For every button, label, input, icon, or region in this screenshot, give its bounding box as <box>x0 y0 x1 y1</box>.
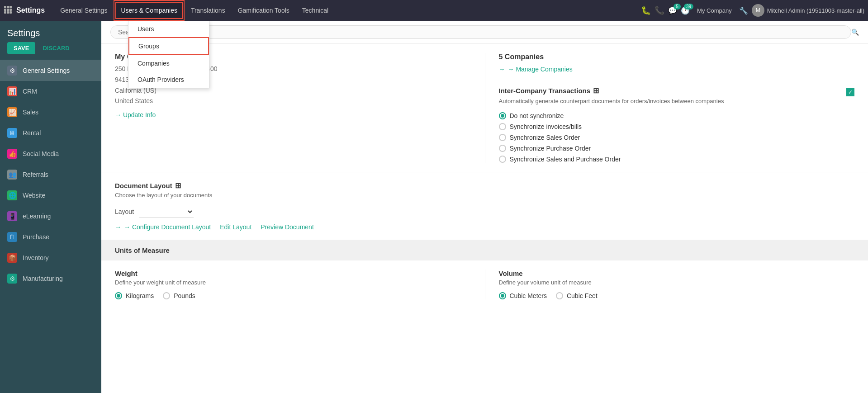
doc-layout-title: Document Layout ⊞ <box>115 181 854 190</box>
sidebar-item-purchase[interactable]: 🗒 Purchase <box>0 227 101 247</box>
sidebar-label-sales: Sales <box>23 109 38 116</box>
radio-circle-pounds <box>163 292 170 299</box>
manufacturing-icon: ⚙ <box>7 274 17 284</box>
radio-circle-sync-purchase-order <box>499 145 506 152</box>
uom-weight: Weight Define your weight unit of measur… <box>115 270 485 299</box>
svg-rect-3 <box>4 9 6 11</box>
uom-content: Weight Define your weight unit of measur… <box>101 260 868 308</box>
activity-icon[interactable]: 🕐 39 <box>681 6 690 15</box>
dropdown-oauth-providers[interactable]: OAuth Providers <box>128 71 209 88</box>
sidebar-item-referrals[interactable]: 👥 Referrals <box>0 164 101 185</box>
sidebar-label-manufacturing: Manufacturing <box>23 275 63 282</box>
sidebar-item-website[interactable]: 🌐 Website <box>0 185 101 206</box>
uom-title: Units of Measure <box>115 246 170 254</box>
radio-sync-sales-purchase[interactable]: Synchronize Sales and Purchase Order <box>499 156 855 163</box>
svg-rect-7 <box>7 11 9 14</box>
sidebar-item-sales[interactable]: 📈 Sales <box>0 102 101 123</box>
sales-icon: 📈 <box>7 107 17 117</box>
inventory-icon: 📦 <box>7 253 17 263</box>
activity-badge: 39 <box>684 4 693 9</box>
sidebar-label-social-media: Social Media <box>23 150 59 157</box>
inter-company-desc: Automatically generate counterpart docum… <box>499 97 841 106</box>
sidebar-item-manufacturing[interactable]: ⚙ Manufacturing <box>0 268 101 289</box>
radio-label-sync-sales-purchase: Synchronize Sales and Purchase Order <box>510 156 621 163</box>
nav-translations[interactable]: Translations <box>185 0 232 21</box>
doc-layout-desc: Choose the layout of your documents <box>115 192 854 199</box>
dropdown-groups[interactable]: Groups <box>128 37 209 55</box>
messages-badge: 5 <box>674 4 681 9</box>
radio-label-sync-invoices: Synchronize invoices/bills <box>510 123 582 130</box>
weight-radio-row: Kilograms Pounds <box>115 292 471 299</box>
rental-icon: 🖥 <box>7 128 17 138</box>
radio-cubic-meters[interactable]: Cubic Meters <box>499 292 547 299</box>
grid-icon[interactable] <box>4 5 12 16</box>
phone-icon[interactable]: 📞 <box>655 5 664 15</box>
update-info-link[interactable]: → Update Info <box>115 111 156 118</box>
bug-icon[interactable]: 🐛 <box>641 5 651 15</box>
content-area: My Company 250 Executive Park Blvd, Suit… <box>101 44 868 317</box>
sidebar-label-website: Website <box>23 192 45 199</box>
inter-company-checkbox[interactable]: ✓ <box>846 88 854 96</box>
table-icon: ⊞ <box>593 86 599 95</box>
website-icon: 🌐 <box>7 190 17 200</box>
user-menu[interactable]: M Mitchell Admin (19511003-master-all) <box>752 4 864 17</box>
dropdown-users[interactable]: Users <box>128 21 209 37</box>
radio-circle-sync-invoices <box>499 123 506 130</box>
manage-companies-link[interactable]: → → Manage Companies <box>499 66 573 73</box>
nav-technical[interactable]: Technical <box>296 0 335 21</box>
edit-layout-link[interactable]: Edit Layout <box>220 223 251 231</box>
radio-no-sync[interactable]: Do not synchronize <box>499 112 855 119</box>
search-icon[interactable]: 🔍 <box>851 28 859 36</box>
nav-users-companies[interactable]: Users & Companies <box>114 0 185 21</box>
preview-document-link[interactable]: Preview Document <box>261 223 314 231</box>
svg-rect-4 <box>7 9 9 11</box>
dropdown-companies[interactable]: Companies <box>128 55 209 71</box>
sidebar-item-elearning[interactable]: 📱 eLearning <box>0 206 101 227</box>
users-companies-dropdown: Users Groups Companies OAuth Providers <box>128 21 209 88</box>
crm-icon: 📊 <box>7 86 17 96</box>
uom-volume: Volume Define your volume unit of measur… <box>485 270 855 299</box>
volume-title: Volume <box>499 270 855 277</box>
sidebar-label-referrals: Referrals <box>23 171 48 178</box>
arrow-icon: → <box>499 66 505 73</box>
nav-gamification-tools[interactable]: Gamification Tools <box>232 0 296 21</box>
tools-icon[interactable]: 🔧 <box>739 6 748 15</box>
sidebar-item-general-settings[interactable]: ⚙ General Settings <box>0 60 101 81</box>
avatar: M <box>752 4 764 17</box>
layout-select[interactable] <box>139 206 194 218</box>
search-input[interactable] <box>110 25 851 39</box>
sidebar: Settings SAVE DISCARD ⚙ General Settings… <box>0 21 101 393</box>
layout-label: Layout <box>115 208 134 215</box>
configure-document-layout-link[interactable]: → → Configure Document Layout <box>115 223 211 231</box>
radio-circle-kilograms <box>115 292 122 299</box>
sidebar-label-elearning: eLearning <box>23 213 51 220</box>
sidebar-label-crm: CRM <box>23 88 37 95</box>
radio-pounds[interactable]: Pounds <box>163 292 195 299</box>
search-bar-area: 🔍 <box>101 21 868 44</box>
radio-label-pounds: Pounds <box>174 292 195 299</box>
radio-sync-sales-order[interactable]: Synchronize Sales Order <box>499 134 855 141</box>
radio-sync-invoices[interactable]: Synchronize invoices/bills <box>499 123 855 130</box>
companies-right: 5 Companies → → Manage Companies Inter-C… <box>485 53 855 163</box>
sidebar-item-crm[interactable]: 📊 CRM <box>0 81 101 102</box>
discard-button[interactable]: DISCARD <box>39 42 73 54</box>
arrow-icon: → <box>115 223 121 231</box>
nav-general-settings[interactable]: General Settings <box>54 0 114 21</box>
layout-row: Layout <box>115 206 854 218</box>
sidebar-label-general-settings: General Settings <box>23 67 70 74</box>
radio-kilograms[interactable]: Kilograms <box>115 292 154 299</box>
svg-rect-0 <box>4 6 6 8</box>
radio-sync-purchase-order[interactable]: Synchronize Purchase Order <box>499 145 855 152</box>
company-section: My Company 250 Executive Park Blvd, Suit… <box>101 44 868 172</box>
messages-icon[interactable]: 💬 5 <box>668 6 677 15</box>
sidebar-item-inventory[interactable]: 📦 Inventory <box>0 247 101 268</box>
radio-cubic-feet[interactable]: Cubic Feet <box>556 292 598 299</box>
company-selector[interactable]: My Company <box>697 7 732 14</box>
checkmark-icon: ✓ <box>848 89 853 95</box>
sidebar-item-rental[interactable]: 🖥 Rental <box>0 123 101 143</box>
action-buttons: SAVE DISCARD <box>0 42 101 60</box>
sidebar-item-social-media[interactable]: 👍 Social Media <box>0 143 101 164</box>
save-button[interactable]: SAVE <box>7 42 35 54</box>
radio-circle-sync-sales-order <box>499 134 506 141</box>
inter-company-radio-group: Do not synchronize Synchronize invoices/… <box>499 112 855 163</box>
